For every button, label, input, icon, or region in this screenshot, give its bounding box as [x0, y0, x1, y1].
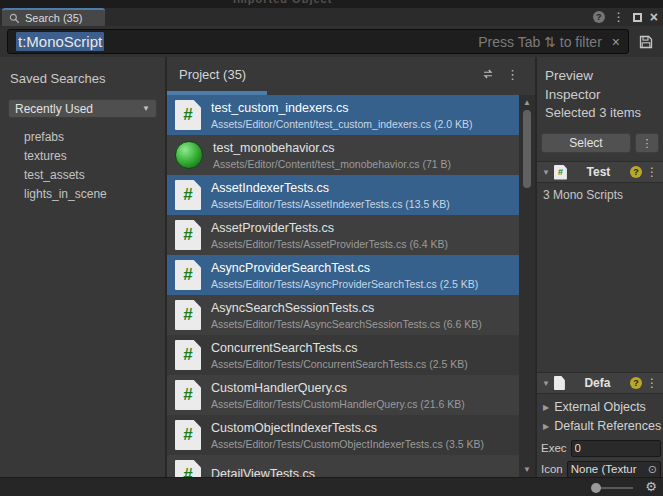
saved-searches-panel: Saved Searches Recently Used ▼ prefabste… [0, 57, 166, 477]
scrollbar-thumb[interactable] [523, 110, 531, 188]
dropdown-value: Recently Used [9, 102, 93, 116]
file-name: CustomObjectIndexerTests.cs [211, 421, 484, 435]
list-item[interactable]: # AssetProviderTests.cs Assets/Editor/Te… [167, 215, 519, 255]
refresh-icon[interactable] [481, 68, 495, 80]
selection-summary: Selected 3 items [545, 105, 641, 120]
foldout-default-references[interactable]: ▶ Default References [537, 417, 663, 435]
cs-script-icon: # [175, 380, 201, 410]
file-name: CustomHandlerQuery.cs [211, 381, 465, 395]
gear-icon[interactable]: ⚙ [645, 479, 657, 494]
component-header-default[interactable]: ▼ Defa ? ⋮ [537, 372, 663, 394]
list-item[interactable]: # test_custom_indexers.cs Assets/Editor/… [167, 95, 519, 135]
project-menu-icon[interactable]: ⋮ [506, 67, 519, 82]
list-item[interactable]: # CustomHandlerQuery.cs Assets/Editor/Te… [167, 375, 519, 415]
file-name: test_monobehavior.cs [213, 141, 451, 155]
search-icon [9, 13, 20, 24]
search-query-text: t:MonoScript [16, 32, 104, 51]
component-body-text: 3 Mono Scripts [543, 188, 623, 202]
file-name: ConcurrentSearchTests.cs [211, 341, 468, 355]
icon-field-label: Icon [541, 463, 563, 475]
status-bar: ⚙ [0, 477, 663, 496]
icon-object-field[interactable]: None (Textur ⊙ [567, 461, 661, 478]
tab-search-label: Search (35) [25, 12, 82, 24]
list-item[interactable]: # DetailViewTests.cs [167, 455, 519, 477]
cs-script-icon: # [175, 300, 201, 330]
save-icon [638, 34, 654, 50]
clear-search-icon[interactable]: × [612, 34, 620, 50]
saved-search-item[interactable]: textures [0, 146, 165, 165]
component-menu-icon[interactable]: ⋮ [646, 377, 658, 389]
file-path: Assets/Editor/Tests/CustomHandlerQuery.c… [211, 398, 465, 410]
help-icon[interactable]: ? [630, 166, 642, 178]
document-icon [554, 376, 565, 390]
foldout-external-objects[interactable]: ▶ External Objects [537, 398, 663, 416]
exec-field-input[interactable]: 0 [571, 440, 661, 457]
file-name: AsyncSearchSessionTests.cs [211, 301, 482, 315]
item-size-slider[interactable] [593, 487, 633, 489]
list-item[interactable]: # test_monobehavior.cs Assets/Editor/Con… [167, 135, 519, 175]
file-name: AssetProviderTests.cs [211, 221, 448, 235]
component-name: Test [571, 165, 626, 179]
select-button[interactable]: Select [541, 133, 631, 153]
file-path: Assets/Editor/Tests/AsyncSearchSessionTe… [211, 318, 482, 330]
file-path: Assets/Editor/Content/test_custom_indexe… [211, 118, 472, 130]
saved-searches-sort-dropdown[interactable]: Recently Used ▼ [8, 99, 157, 118]
project-tab-label[interactable]: Project (35) [179, 67, 246, 82]
saved-search-item[interactable]: lights_in_scene [0, 184, 165, 203]
saved-searches-title: Saved Searches [10, 71, 165, 86]
list-item[interactable]: # AssetIndexerTests.cs Assets/Editor/Tes… [167, 175, 519, 215]
search-input[interactable]: t:MonoScript Press Tab ⇅ to filter × [7, 29, 629, 54]
cs-script-icon: # [554, 165, 567, 180]
slider-handle[interactable] [591, 483, 601, 493]
file-path: Assets/Editor/Tests/ConcurrentSearchTest… [211, 358, 468, 370]
titlebar: Search (35) ? ⋮ × [0, 8, 663, 26]
cs-script-icon: # [175, 420, 201, 450]
object-picker-icon[interactable]: ⊙ [648, 463, 657, 476]
maximize-icon[interactable] [633, 13, 642, 22]
foldout-closed-icon: ▶ [543, 403, 549, 412]
scroll-up-icon[interactable]: ▲ [519, 98, 535, 107]
tab-search[interactable]: Search (35) [2, 8, 105, 26]
project-results-panel: Project (35) ⋮ # test_custom_indexers.cs… [167, 57, 535, 477]
scrollbar[interactable]: ▲ ▼ [519, 95, 535, 477]
cs-script-icon: # [175, 180, 201, 210]
file-path: Assets/Editor/Tests/AssetProviderTests.c… [211, 238, 448, 250]
file-name: test_custom_indexers.cs [211, 101, 472, 115]
saved-search-item[interactable]: prefabs [0, 127, 165, 146]
close-icon[interactable]: × [650, 10, 658, 24]
component-header-test[interactable]: ▼ # Test ? ⋮ [537, 161, 663, 183]
sphere-icon [175, 141, 203, 169]
cs-script-icon: # [175, 460, 201, 477]
component-name: Defa [569, 376, 626, 390]
foldout-open-icon[interactable]: ▼ [542, 379, 550, 388]
search-row: t:MonoScript Press Tab ⇅ to filter × [0, 26, 663, 57]
foldout-closed-icon: ▶ [543, 422, 549, 431]
help-icon[interactable]: ? [593, 11, 605, 23]
background-window-strip: Imported Object [0, 0, 663, 8]
file-name: AssetIndexerTests.cs [211, 181, 450, 195]
list-item[interactable]: # ConcurrentSearchTests.cs Assets/Editor… [167, 335, 519, 375]
chevron-down-icon: ▼ [142, 104, 150, 113]
file-path: Assets/Editor/Tests/AssetIndexerTests.cs… [211, 198, 450, 210]
list-item[interactable]: # AsyncProviderSearchTest.cs Assets/Edit… [167, 255, 519, 295]
window-menu-icon[interactable]: ⋮ [613, 11, 625, 23]
help-icon[interactable]: ? [630, 377, 642, 389]
cs-script-icon: # [175, 340, 201, 370]
file-path: Assets/Editor/Content/test_monobehavior.… [213, 158, 451, 170]
select-menu-icon[interactable]: ⋮ [635, 133, 659, 153]
search-hint: Press Tab ⇅ to filter [478, 34, 602, 50]
foldout-open-icon[interactable]: ▼ [542, 168, 550, 177]
component-menu-icon[interactable]: ⋮ [646, 166, 658, 178]
cs-script-icon: # [175, 220, 201, 250]
saved-search-item[interactable]: test_assets [0, 165, 165, 184]
file-name: AsyncProviderSearchTest.cs [211, 261, 478, 275]
cs-script-icon: # [175, 100, 201, 130]
foldout-label: Default References [554, 419, 661, 433]
results-list: # test_custom_indexers.cs Assets/Editor/… [167, 95, 519, 477]
list-item[interactable]: # AsyncSearchSessionTests.cs Assets/Edit… [167, 295, 519, 335]
scroll-down-icon[interactable]: ▼ [519, 465, 535, 474]
save-search-button[interactable] [634, 30, 658, 54]
saved-search-list: prefabstexturestest_assetslights_in_scen… [0, 127, 165, 203]
list-item[interactable]: # CustomObjectIndexerTests.cs Assets/Edi… [167, 415, 519, 455]
file-path: Assets/Editor/Tests/AsyncProviderSearchT… [211, 278, 478, 290]
